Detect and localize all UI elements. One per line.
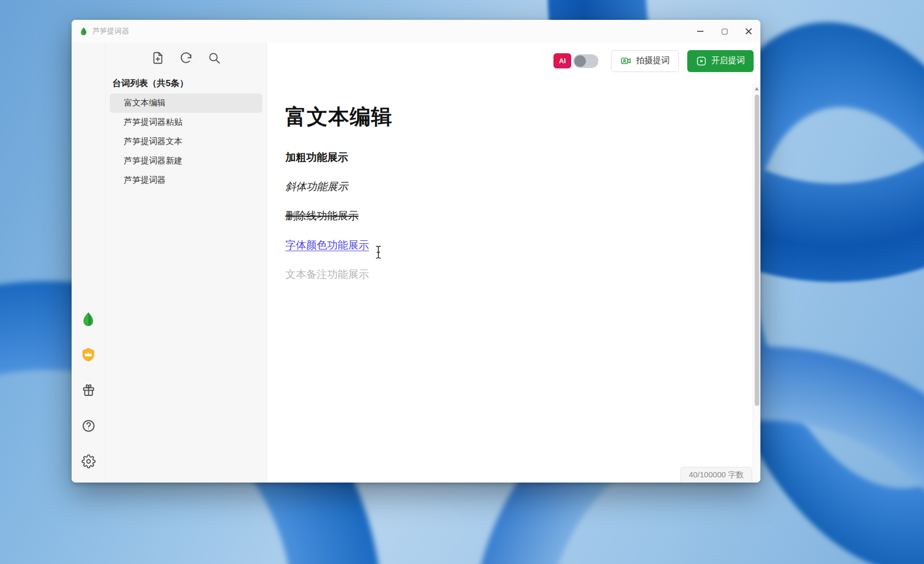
- window-controls: [688, 20, 760, 43]
- search-icon[interactable]: [207, 51, 221, 65]
- ai-toggle-switch[interactable]: [573, 54, 598, 68]
- word-count: 40/100000 字数: [680, 467, 752, 483]
- camera-icon: [620, 55, 631, 66]
- maximize-icon: [722, 29, 727, 34]
- paragraph-bold[interactable]: 加粗功能展示: [285, 150, 760, 164]
- script-list-item[interactable]: 富文本编辑: [110, 93, 262, 113]
- editor-paragraphs: 加粗功能展示斜体功能展示删除线功能展示字体颜色功能展示文本备注功能展示: [285, 150, 760, 281]
- new-script-icon[interactable]: [151, 51, 165, 65]
- editor-header: AI 拍摄提词 开启提词: [267, 43, 760, 72]
- refresh-icon[interactable]: [179, 51, 193, 65]
- editor-content[interactable]: 富文本编辑 加粗功能展示斜体功能展示删除线功能展示字体颜色功能展示文本备注功能展…: [267, 72, 760, 296]
- vip-crown-icon[interactable]: [79, 346, 97, 363]
- desktop: 芦笋提词器: [0, 0, 924, 564]
- icon-rail: [72, 43, 105, 483]
- editor-area: AI 拍摄提词 开启提词: [267, 43, 760, 483]
- scroll-up-arrow-icon[interactable]: [755, 87, 759, 90]
- window-title: 芦笋提词器: [93, 27, 129, 36]
- help-icon[interactable]: [79, 417, 97, 434]
- minimize-button[interactable]: [688, 20, 712, 43]
- script-list-item[interactable]: 芦笋提词器文本: [110, 132, 262, 151]
- gift-icon[interactable]: [79, 381, 97, 399]
- ai-badge: AI: [553, 53, 571, 68]
- script-list-item[interactable]: 芦笋提词器新建: [110, 151, 262, 171]
- start-prompt-label: 开启提词: [711, 55, 745, 66]
- paragraph-note[interactable]: 文本备注功能展示: [285, 267, 760, 281]
- close-icon: [745, 28, 752, 35]
- script-panel: 台词列表（共5条） 富文本编辑芦笋提词器粘贴芦笋提词器文本芦笋提词器新建芦笋提词…: [105, 43, 267, 483]
- settings-gear-icon[interactable]: [79, 452, 97, 470]
- ai-toggle-group[interactable]: AI: [553, 53, 598, 68]
- toggle-knob: [574, 55, 586, 67]
- script-toolbar: [106, 43, 267, 70]
- script-list: 富文本编辑芦笋提词器粘贴芦笋提词器文本芦笋提词器新建芦笋提词器: [106, 93, 267, 190]
- scrollbar[interactable]: [753, 84, 760, 483]
- paragraph-color[interactable]: 字体颜色功能展示: [285, 238, 760, 252]
- capture-prompt-button[interactable]: 拍摄提词: [611, 50, 679, 72]
- scrollbar-thumb[interactable]: [755, 95, 759, 406]
- script-list-item[interactable]: 芦笋提词器: [110, 171, 262, 190]
- play-icon: [696, 56, 707, 66]
- paragraph-italic[interactable]: 斜体功能展示: [285, 179, 760, 194]
- document-title[interactable]: 富文本编辑: [285, 102, 760, 131]
- maximize-button[interactable]: [712, 20, 736, 43]
- paragraph-strike[interactable]: 删除线功能展示: [285, 208, 760, 223]
- minimize-icon: [697, 31, 703, 32]
- start-prompt-button[interactable]: 开启提词: [687, 50, 754, 72]
- titlebar[interactable]: 芦笋提词器: [72, 20, 760, 43]
- script-list-item[interactable]: 芦笋提词器粘贴: [110, 113, 262, 132]
- close-button[interactable]: [736, 20, 760, 43]
- brand-leaf-icon[interactable]: [79, 310, 97, 328]
- app-window: 芦笋提词器: [72, 20, 760, 483]
- capture-prompt-label: 拍摄提词: [636, 55, 669, 66]
- script-list-heading: 台词列表（共5条）: [112, 77, 267, 89]
- app-leaf-icon: [79, 27, 88, 36]
